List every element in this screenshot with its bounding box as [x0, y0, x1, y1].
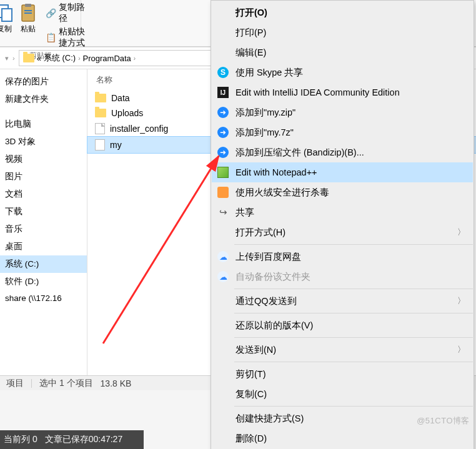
navigation-tree[interactable]: 保存的图片 新建文件夹 比电脑 3D 对象 视频 图片 文档 下载 音乐 桌面 …	[0, 69, 87, 375]
nav-item-3d-objects[interactable]: 3D 对象	[0, 133, 87, 150]
ctx-copy[interactable]: 复制(C)	[212, 384, 473, 404]
ctx-add-zip[interactable]: ➜添加到"my.zip"	[212, 102, 473, 122]
ctx-send-to[interactable]: 发送到(N)〉	[212, 340, 473, 360]
ctx-add-bandizip[interactable]: ➜添加到压缩文件 (Bandizip)(B)...	[212, 142, 473, 162]
cursor-position: 当前列 0	[4, 434, 37, 445]
nav-item-desktop[interactable]: 桌面	[0, 238, 87, 255]
svg-rect-4	[24, 10, 32, 11]
paste-icon	[18, 2, 38, 22]
config-file-icon	[95, 139, 105, 150]
ctx-add-7z[interactable]: ➜添加到"my.7z"	[212, 122, 473, 142]
nav-item-drive-c[interactable]: 系统 (C:)	[0, 255, 87, 273]
share-icon: ↪	[217, 206, 229, 219]
ctx-open-with[interactable]: 打开方式(H)〉	[212, 222, 473, 242]
folder-icon	[95, 94, 106, 102]
nav-separator: ›	[12, 54, 15, 62]
chevron-right-icon: 〉	[457, 295, 465, 307]
bandizip-icon: ➜	[217, 147, 229, 158]
nav-item-saved-pictures[interactable]: 保存的图片	[0, 73, 87, 91]
nav-item-music[interactable]: 音乐	[0, 220, 87, 238]
status-item-count: 项目	[6, 378, 24, 389]
ctx-edit[interactable]: 编辑(E)	[212, 42, 473, 62]
nav-item-documents[interactable]: 文档	[0, 185, 87, 203]
notepadpp-icon	[217, 167, 229, 178]
copy-label: 复制	[0, 24, 12, 34]
menu-separator	[234, 313, 473, 313]
folder-icon	[95, 109, 106, 117]
ctx-open[interactable]: 打开(O)	[212, 2, 473, 22]
paste-button[interactable]: 粘贴	[17, 1, 39, 36]
paste-label: 粘贴	[21, 24, 36, 34]
path-seg-programdata[interactable]: ProgramData	[83, 54, 131, 63]
menu-separator	[234, 406, 473, 407]
watermark: @51CTO博客	[417, 415, 470, 427]
path-icon: 🔗	[46, 8, 56, 18]
nav-item-pictures[interactable]: 图片	[0, 168, 87, 185]
ctx-restore-versions[interactable]: 还原以前的版本(V)	[212, 315, 473, 335]
path-overflow[interactable]: «	[37, 54, 41, 63]
nav-item-network-share[interactable]: share (\\172.16	[0, 290, 87, 306]
nav-item-new-folder[interactable]: 新建文件夹	[0, 91, 87, 108]
nav-dropdown-icon[interactable]: ▾	[5, 54, 9, 62]
saved-time: 文章已保存00:47:27	[45, 434, 123, 445]
nav-item-drive-d[interactable]: 软件 (D:)	[0, 273, 87, 290]
chevron-right-icon[interactable]: ›	[78, 55, 80, 62]
nav-item-this-pc[interactable]: 比电脑	[0, 116, 87, 133]
baidu-pan-icon: ☁	[217, 271, 229, 282]
ctx-print[interactable]: 打印(P)	[212, 22, 473, 42]
file-name: my	[110, 140, 122, 150]
ctx-baidu-upload[interactable]: ☁上传到百度网盘	[212, 247, 473, 267]
chevron-right-icon[interactable]: ›	[134, 55, 136, 62]
baidu-pan-icon: ☁	[217, 251, 229, 262]
ctx-cut[interactable]: 剪切(T)	[212, 364, 473, 384]
menu-separator	[234, 337, 473, 338]
huorong-icon	[217, 187, 229, 198]
folder-icon	[23, 54, 34, 62]
path-seg-c[interactable]: 系统 (C:)	[44, 52, 76, 64]
bandizip-icon: ➜	[217, 127, 229, 138]
context-menu: 打开(O) 打印(P) 编辑(E) S使用 Skype 共享 IJEdit wi…	[211, 0, 474, 449]
shortcut-icon: 📋	[46, 32, 56, 42]
copy-icon	[0, 2, 14, 22]
copy-button[interactable]: 复制	[0, 1, 16, 36]
ctx-qq-send[interactable]: 通过QQ发送到〉	[212, 291, 473, 311]
svg-rect-5	[24, 12, 32, 14]
ctx-skype-share[interactable]: S使用 Skype 共享	[212, 62, 473, 82]
chevron-right-icon: 〉	[457, 344, 465, 355]
status-selected: 选中 1 个项目	[39, 378, 93, 389]
ctx-baidu-backup: ☁自动备份该文件夹	[212, 267, 473, 287]
ctx-edit-notepadpp[interactable]: Edit with Notepad++	[212, 162, 473, 182]
file-name: installer_config	[110, 124, 168, 134]
svg-rect-3	[25, 4, 31, 7]
nav-item-videos[interactable]: 视频	[0, 150, 87, 168]
skype-icon: S	[217, 67, 229, 78]
intellij-icon: IJ	[217, 87, 229, 98]
status-divider	[31, 379, 32, 388]
ctx-delete[interactable]: 删除(D)	[212, 428, 473, 448]
menu-separator	[234, 362, 473, 362]
ctx-edit-intellij[interactable]: IJEdit with IntelliJ IDEA Community Edit…	[212, 82, 473, 102]
nav-item-downloads[interactable]: 下载	[0, 203, 87, 220]
ctx-huorong-scan[interactable]: 使用火绒安全进行杀毒	[212, 182, 473, 202]
chevron-right-icon: 〉	[457, 227, 465, 238]
file-name: Uploads	[111, 108, 143, 118]
status-size: 13.8 KB	[101, 378, 132, 388]
editor-status-strip: 当前列 0 文章已保存00:47:27	[0, 430, 144, 449]
menu-separator	[234, 244, 473, 245]
ctx-share[interactable]: ↪共享	[212, 202, 473, 222]
svg-rect-1	[2, 9, 12, 21]
file-name: Data	[111, 93, 130, 103]
menu-separator	[234, 289, 473, 289]
bandizip-icon: ➜	[217, 107, 229, 118]
file-icon	[95, 123, 105, 134]
